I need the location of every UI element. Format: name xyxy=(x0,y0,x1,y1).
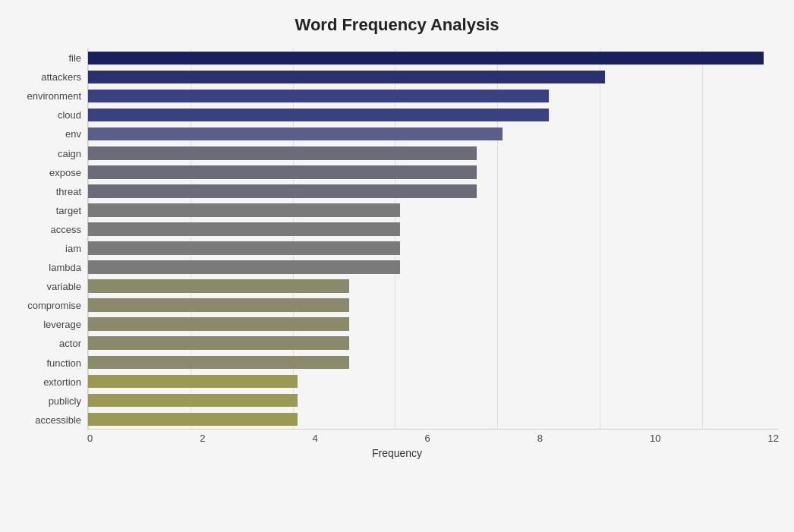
y-label-environment: environment xyxy=(27,91,81,101)
bar-iam xyxy=(88,241,400,255)
bar-compromise xyxy=(88,298,349,312)
y-label-access: access xyxy=(51,225,81,235)
x-tick-label: 2 xyxy=(200,433,205,444)
bar-row xyxy=(88,200,779,219)
bar-row xyxy=(88,410,779,429)
bar-row xyxy=(88,258,779,277)
bar-row xyxy=(88,181,779,200)
chart-container: Word Frequency Analysis fileattackersenv… xyxy=(0,0,794,532)
x-axis-title: Frequency xyxy=(15,447,779,459)
bar-environment xyxy=(88,90,549,103)
x-tick-label: 4 xyxy=(312,433,317,444)
bar-row xyxy=(88,162,779,181)
bar-caign xyxy=(88,146,477,160)
y-label-cloud: cloud xyxy=(58,110,81,120)
x-tick-label: 6 xyxy=(425,433,430,444)
bar-row xyxy=(88,219,779,238)
y-label-threat: threat xyxy=(56,187,81,197)
y-label-caign: caign xyxy=(58,149,81,159)
y-label-env: env xyxy=(65,129,81,139)
x-tick-label: 12 xyxy=(767,433,778,444)
bar-row xyxy=(88,391,779,410)
y-label-leverage: leverage xyxy=(43,320,81,329)
bar-target xyxy=(88,203,400,217)
y-label-expose: expose xyxy=(49,168,81,178)
y-label-target: target xyxy=(56,206,81,216)
y-label-function: function xyxy=(46,358,81,368)
bar-attackers xyxy=(88,71,605,84)
y-label-accessible: accessible xyxy=(35,415,81,425)
x-tick-label: 8 xyxy=(537,433,543,444)
bar-row xyxy=(88,87,779,105)
y-label-publicly: publicly xyxy=(49,396,81,406)
bar-row xyxy=(88,124,779,143)
bar-row xyxy=(88,315,779,334)
bar-threat xyxy=(88,184,477,198)
y-axis: fileattackersenvironmentcloudenvcaignexp… xyxy=(15,49,87,430)
y-label-extortion: extortion xyxy=(43,377,81,387)
bar-row xyxy=(88,334,779,353)
bar-row xyxy=(88,372,779,391)
bar-cloud xyxy=(88,109,549,122)
bar-actor xyxy=(88,336,349,350)
y-label-attackers: attackers xyxy=(41,72,81,82)
bar-accessible xyxy=(88,413,298,427)
x-tick-label: 10 xyxy=(650,433,660,444)
bar-variable xyxy=(88,279,349,293)
bar-extortion xyxy=(88,375,298,389)
bar-env xyxy=(88,127,503,141)
chart-title: Word Frequency Analysis xyxy=(15,15,779,35)
bar-row xyxy=(88,296,779,315)
bar-row xyxy=(88,68,779,87)
bars-section: fileattackersenvironmentcloudenvcaignexp… xyxy=(15,49,779,430)
bar-row xyxy=(88,353,779,372)
bar-function xyxy=(88,356,349,370)
bar-access xyxy=(88,222,400,236)
y-label-compromise: compromise xyxy=(27,301,81,310)
bars-grid xyxy=(87,49,779,430)
bar-lambda xyxy=(88,260,400,274)
bar-leverage xyxy=(88,317,349,331)
y-label-iam: iam xyxy=(65,244,81,253)
y-label-variable: variable xyxy=(46,282,81,291)
x-axis: 024681012 xyxy=(15,433,779,444)
bar-row xyxy=(88,277,779,296)
chart-area: fileattackersenvironmentcloudenvcaignexp… xyxy=(15,49,779,459)
bar-publicly xyxy=(88,394,298,408)
x-tick-label: 0 xyxy=(87,433,93,444)
y-label-lambda: lambda xyxy=(49,263,81,272)
y-label-actor: actor xyxy=(59,338,81,348)
bar-row xyxy=(88,49,779,68)
bar-row xyxy=(88,238,779,257)
bar-expose xyxy=(88,165,477,179)
x-axis-labels: 024681012 xyxy=(87,433,779,444)
bar-file xyxy=(88,52,764,65)
y-label-file: file xyxy=(68,53,81,63)
bar-row xyxy=(88,143,779,162)
bar-row xyxy=(88,105,779,124)
